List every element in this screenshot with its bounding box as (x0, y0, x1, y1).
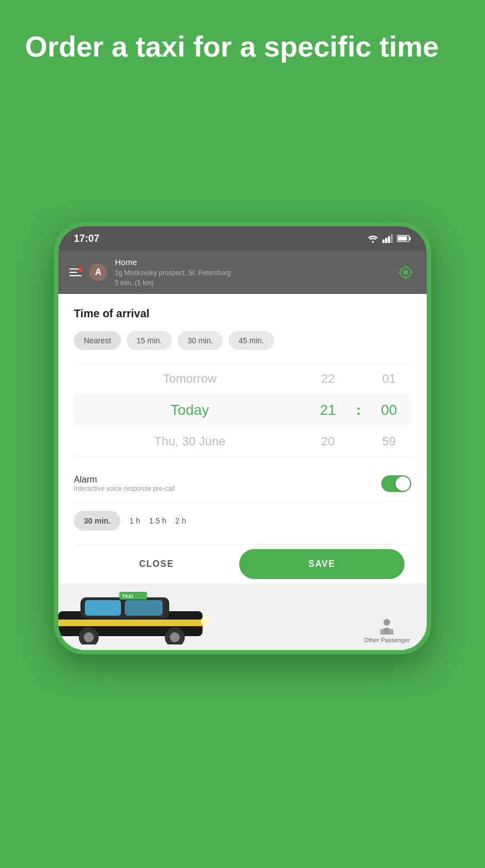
menu-button-wrap[interactable] (69, 268, 82, 276)
svg-rect-22 (58, 620, 203, 626)
picker-min-today: 00 (367, 402, 411, 419)
app-header: A Home 1g Moskovsky prospect, St. Peters… (58, 251, 427, 294)
chip-30min[interactable]: 30 min. (178, 331, 223, 350)
alarm-row: Alarm Interactive voice response pre-cal… (74, 468, 411, 502)
svg-rect-4 (391, 234, 393, 243)
picker-day-tomorrow: Tomorrow (74, 372, 306, 386)
alarm-chip-1h[interactable]: 1 h (129, 516, 140, 525)
alarm-title: Alarm (74, 475, 175, 485)
alarm-chip-2h[interactable]: 2 h (175, 516, 186, 525)
picker-hour-tomorrow: 22 (306, 372, 350, 386)
picker-min-tomorrow: 01 (367, 372, 411, 386)
notification-dot (78, 267, 83, 272)
other-passenger: Other Passenger (364, 617, 410, 643)
chip-15min[interactable]: 15 min. (127, 331, 172, 350)
svg-point-21 (170, 632, 180, 642)
picker-hour-today: 21 (306, 402, 350, 419)
status-icons (367, 234, 411, 243)
picker-day-thu: Thu, 30 June (74, 434, 306, 449)
svg-rect-2 (385, 238, 387, 243)
time-arrival-modal: Time of arrival Nearest 15 min. 30 min. … (58, 294, 427, 583)
svg-rect-16 (85, 600, 121, 616)
chip-45min[interactable]: 45 min. (229, 331, 274, 350)
chip-nearest[interactable]: Nearest (74, 331, 121, 350)
destination-address: 1g Moskovsky prospect, St. Petersburg (115, 269, 231, 277)
alarm-toggle[interactable] (381, 475, 411, 492)
signal-icon (382, 234, 393, 243)
svg-point-0 (372, 241, 374, 243)
alarm-chips-row: 30 min. 1 h 1.5 h 2 h (74, 502, 411, 542)
picker-hour-thu: 20 (306, 434, 350, 449)
svg-rect-3 (388, 236, 390, 243)
location-marker-a: A (89, 263, 107, 281)
picker-row-today[interactable]: Today 21 : 00 (74, 394, 411, 427)
picker-row-thu[interactable]: Thu, 30 June 20 59 (74, 427, 411, 456)
destination-info: Home 1g Moskovsky prospect, St. Petersbu… (115, 257, 231, 287)
distance-info: 5 min. (1 km) (115, 279, 154, 287)
modal-title: Time of arrival (74, 307, 411, 320)
picker-min-thu: 59 (367, 434, 411, 449)
car-illustration: TAXI (58, 589, 225, 644)
other-passenger-label: Other Passenger (364, 637, 410, 643)
header-left: A Home 1g Moskovsky prospect, St. Peters… (69, 257, 231, 287)
svg-point-23 (201, 617, 210, 626)
picker-row-tomorrow[interactable]: Tomorrow 22 01 (74, 364, 411, 394)
alarm-chip-1-5h[interactable]: 1.5 h (149, 516, 166, 525)
status-bar: 17:07 (58, 226, 427, 251)
alarm-subtitle: Interactive voice response pre-call (74, 485, 175, 493)
passenger-icon (377, 617, 397, 637)
picker-sep-today: : (350, 402, 367, 419)
status-time: 17:07 (74, 233, 99, 245)
crosshair-icon (398, 265, 413, 280)
svg-point-27 (380, 629, 385, 633)
locate-button[interactable] (396, 262, 416, 282)
svg-text:TAXI: TAXI (122, 593, 133, 599)
close-button[interactable]: CLOSE (74, 545, 239, 583)
alarm-chip-30min[interactable]: 30 min. (74, 511, 120, 531)
action-buttons: CLOSE SAVE (74, 544, 411, 583)
toggle-thumb (396, 476, 410, 491)
svg-rect-6 (409, 237, 411, 240)
wifi-icon (367, 234, 379, 243)
svg-point-26 (383, 619, 390, 626)
svg-point-13 (404, 271, 408, 275)
car-area: TAXI Other Passenger (58, 583, 427, 650)
time-picker[interactable]: Tomorrow 22 01 Today 21 : 00 Thu, 30 (74, 363, 411, 457)
svg-rect-17 (125, 600, 163, 616)
hero-title: Order a taxi for a specific time (25, 31, 439, 63)
svg-point-19 (84, 632, 94, 642)
alarm-labels: Alarm Interactive voice response pre-cal… (74, 475, 175, 493)
picker-day-today: Today (74, 402, 306, 419)
svg-point-28 (389, 629, 393, 633)
hero-text: Order a taxi for a specific time (25, 31, 460, 64)
svg-rect-7 (398, 236, 407, 240)
battery-icon (397, 235, 411, 242)
phone-wrapper: 17:07 (54, 222, 431, 654)
phone-frame: 17:07 (54, 222, 431, 654)
svg-rect-1 (382, 240, 385, 243)
phone-inner: 17:07 (58, 226, 427, 650)
time-chips-row: Nearest 15 min. 30 min. 45 min. (74, 331, 411, 350)
destination-name: Home (115, 257, 137, 267)
save-button[interactable]: SAVE (239, 549, 405, 579)
